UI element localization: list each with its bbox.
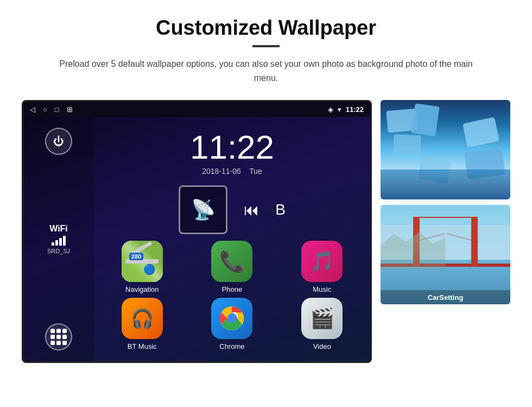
chrome-svg [218, 305, 245, 332]
navigation-icon: 280 🔵 [122, 241, 163, 282]
music-symbol: 🎵 [310, 250, 334, 273]
app-grid: 280 🔵 Navigation 📞 Phone [99, 241, 365, 350]
center-content: 11:22 2018-11-06 Tue 📡 ⏮ B [94, 117, 370, 361]
svg-point-2 [227, 314, 236, 323]
home-screen: ⏻ WiFi SRD_SJ [23, 117, 370, 361]
bluetooth-symbol: 🎧 [131, 308, 154, 329]
app-bt-music[interactable]: 🎧 BT Music [99, 298, 185, 350]
app-navigation[interactable]: 280 🔵 Navigation [99, 241, 185, 293]
video-icon: 🎬 [301, 298, 343, 339]
wifi-icon: ▾ [338, 105, 341, 114]
wifi-bars [47, 236, 70, 246]
radio-icon-box[interactable]: 📡 [179, 185, 227, 234]
wifi-ssid: SRD_SJ [47, 248, 70, 254]
video-symbol: 🎬 [310, 307, 334, 330]
wallpaper-preview-2[interactable]: CarSetting [381, 205, 510, 304]
app-music-label: Music [313, 285, 331, 293]
page-title: Customized Wallpaper [156, 16, 376, 40]
wallpaper-preview-1[interactable] [381, 100, 510, 199]
map-pin-icon: 🔵 [143, 264, 155, 275]
recents-icon[interactable]: □ [55, 105, 59, 114]
chrome-icon [211, 298, 252, 339]
top-icons: 📡 ⏮ B [179, 185, 286, 234]
status-bar: ◁ ○ □ ⊞ ◈ ▾ 11:22 [23, 102, 370, 117]
home-icon[interactable]: ○ [43, 105, 47, 114]
left-sidebar: ⏻ WiFi SRD_SJ [23, 117, 94, 361]
status-right-icons: ◈ ▾ 11:22 [328, 105, 364, 114]
bridge-scene: CarSetting [381, 205, 510, 304]
app-video[interactable]: 🎬 Video [279, 298, 365, 350]
back-icon[interactable]: ◁ [30, 105, 35, 114]
phone-symbol: 📞 [219, 249, 245, 273]
app-video-label: Video [313, 342, 331, 350]
app-chrome-label: Chrome [219, 342, 244, 350]
phone-icon: 📞 [211, 241, 252, 282]
wifi-info: WiFi SRD_SJ [47, 224, 70, 254]
title-divider [252, 45, 280, 47]
status-time: 11:22 [346, 105, 364, 114]
location-icon: ◈ [328, 105, 333, 114]
bt-music-icon: 🎧 [122, 298, 163, 339]
nav-shield: 280 [129, 253, 143, 260]
main-content: ◁ ○ □ ⊞ ◈ ▾ 11:22 ⏻ WiFi [22, 100, 510, 363]
device-frame: ◁ ○ □ ⊞ ◈ ▾ 11:22 ⏻ WiFi [22, 100, 372, 363]
app-phone-label: Phone [222, 285, 243, 293]
app-bt-music-label: BT Music [128, 342, 157, 350]
page-description: Preload over 5 default wallpaper options… [54, 57, 478, 85]
app-navigation-label: Navigation [125, 285, 159, 293]
app-chrome[interactable]: Chrome [189, 298, 275, 350]
music-icon: 🎵 [301, 241, 343, 282]
apps-grid-button[interactable] [45, 323, 72, 350]
carsetting-text: CarSetting [428, 293, 464, 302]
clock-area: 11:22 2018-11-06 Tue [190, 122, 274, 181]
wallpaper-panel: CarSetting [381, 100, 510, 363]
app-phone[interactable]: 📞 Phone [189, 241, 275, 293]
app-music[interactable]: 🎵 Music [279, 241, 365, 293]
skip-prev-icon[interactable]: ⏮ [244, 201, 259, 219]
power-button[interactable]: ⏻ [45, 128, 72, 155]
status-left-icons: ◁ ○ □ ⊞ [30, 105, 73, 114]
power-icon: ⏻ [53, 135, 64, 148]
clock-date: 2018-11-06 Tue [190, 167, 274, 176]
skip-next-icon[interactable]: B [275, 201, 286, 218]
screenshot-icon[interactable]: ⊞ [67, 105, 73, 114]
clock-time: 11:22 [190, 130, 274, 164]
carsetting-label: CarSetting [381, 290, 510, 304]
apps-dots-icon [50, 329, 67, 345]
radio-signal-icon: 📡 [191, 198, 216, 221]
wifi-label: WiFi [47, 224, 70, 234]
